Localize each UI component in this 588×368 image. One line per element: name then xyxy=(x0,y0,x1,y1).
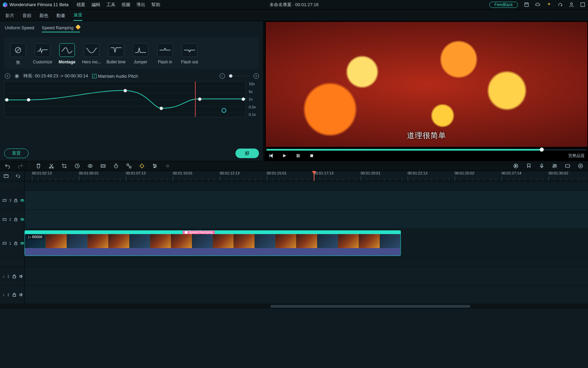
ramp-keyframe[interactable] xyxy=(242,97,245,101)
tab-color[interactable]: 顏色 xyxy=(39,13,48,21)
zoom-out-icon[interactable]: − xyxy=(219,73,225,79)
preset-bullet-time[interactable]: Bullet time xyxy=(106,43,126,65)
voiceover-icon[interactable] xyxy=(539,163,544,169)
render-preview-icon[interactable] xyxy=(513,163,519,169)
preset-flash-in[interactable]: Flash in xyxy=(155,43,175,65)
audio-track-2[interactable]: ♪ 2 xyxy=(0,286,588,304)
keyframe-diamond-icon[interactable] xyxy=(139,163,145,169)
zoom-in-icon[interactable]: ＋ xyxy=(254,73,259,79)
preset-jumper[interactable]: Jumper xyxy=(131,43,150,65)
menu-view[interactable]: 視圖 xyxy=(121,2,130,8)
track-insert-icon[interactable] xyxy=(3,173,9,179)
video-clip[interactable]: Speed Ramping ▷ 86666 xyxy=(24,230,401,256)
ramp-graph[interactable] xyxy=(4,81,246,117)
ramp-keyframe[interactable] xyxy=(27,98,30,102)
prev-frame-button[interactable] xyxy=(268,153,273,158)
add-keyframe-icon[interactable]: ＋ xyxy=(5,73,10,79)
snap-icon[interactable] xyxy=(565,163,570,169)
preview-progress-knob[interactable] xyxy=(540,148,544,152)
menu-export[interactable]: 導出 xyxy=(136,2,145,8)
crop-icon[interactable] xyxy=(62,163,67,169)
audio-track-1[interactable]: ♪ 1 xyxy=(0,267,588,286)
timeline-horizontal-scrollbar[interactable] xyxy=(0,304,588,309)
eye-icon[interactable] xyxy=(20,217,24,221)
cloud-icon[interactable] xyxy=(535,2,540,7)
preset-flash-out[interactable]: Flash out xyxy=(180,43,199,65)
lock-icon[interactable] xyxy=(14,198,18,202)
lock-icon[interactable] xyxy=(12,293,16,297)
track-index: 1 xyxy=(9,241,11,245)
headphones-icon[interactable] xyxy=(558,2,563,7)
ramp-playhead[interactable] xyxy=(195,81,196,117)
reset-button[interactable]: 重置 xyxy=(4,149,29,158)
tab-audio[interactable]: 音頻 xyxy=(22,13,31,21)
subtab-speed-ramping[interactable]: Speed Ramping xyxy=(42,25,80,32)
tab-speed[interactable]: 速度 xyxy=(74,12,82,21)
ok-button[interactable]: 好 xyxy=(235,149,259,158)
marker-icon[interactable] xyxy=(526,163,532,169)
svg-rect-15 xyxy=(127,164,129,166)
timeline-ruler[interactable]: 00:01:02:1300:01:05:0100:01:07:1300:01:1… xyxy=(24,171,588,181)
ramp-keyframe[interactable] xyxy=(124,89,127,92)
color-match-icon[interactable] xyxy=(87,163,93,169)
menu-edit[interactable]: 編輯 xyxy=(92,2,100,8)
mixer-icon[interactable] xyxy=(552,163,557,169)
preview-viewport[interactable]: 道理很简单 xyxy=(266,22,587,147)
preset-none[interactable]: 無 xyxy=(8,43,28,65)
subtab-uniform-speed[interactable]: Uniform Speed xyxy=(5,25,34,32)
preset-flashout-label: Flash out xyxy=(181,60,198,64)
adjust-icon[interactable] xyxy=(152,163,158,169)
play-button[interactable] xyxy=(282,153,287,158)
scrollbar-thumb[interactable] xyxy=(271,305,471,308)
audio-wave-icon[interactable] xyxy=(165,163,170,169)
lock-icon[interactable] xyxy=(12,274,16,278)
speed-panel: Uniform Speed Speed Ramping 無 Customize … xyxy=(0,21,263,161)
timeline-playhead[interactable] xyxy=(314,171,314,181)
link-toggle-icon[interactable] xyxy=(15,173,21,179)
feedback-button[interactable]: FeedBack xyxy=(489,2,518,8)
tab-motion[interactable]: 動畫 xyxy=(56,13,65,21)
preset-customize[interactable]: Customize xyxy=(33,43,52,65)
green-screen-icon[interactable] xyxy=(100,163,106,169)
eye-icon[interactable] xyxy=(20,241,24,245)
sparkle-icon[interactable] xyxy=(546,2,552,7)
undo-icon[interactable] xyxy=(5,163,10,169)
tab-video[interactable]: 影片 xyxy=(5,13,14,21)
delete-icon[interactable] xyxy=(36,163,41,169)
lock-icon[interactable] xyxy=(14,217,18,221)
svg-rect-2 xyxy=(581,3,585,6)
redo-icon[interactable] xyxy=(18,163,23,169)
ramp-keyframe[interactable] xyxy=(198,97,201,101)
menu-tools[interactable]: 工具 xyxy=(107,2,115,8)
account-icon[interactable] xyxy=(569,2,574,7)
video-track-2[interactable]: 2 xyxy=(0,210,588,229)
save-icon[interactable] xyxy=(524,2,529,7)
timer-icon[interactable] xyxy=(113,163,119,169)
mute-icon[interactable] xyxy=(19,293,23,297)
mute-icon[interactable] xyxy=(19,274,23,278)
ramp-keyframe[interactable] xyxy=(5,98,9,102)
track-head: 3 xyxy=(0,191,24,210)
eye-icon[interactable] xyxy=(20,198,24,202)
ramp-keyframe[interactable] xyxy=(160,107,163,110)
preview-quality-label[interactable]: 完整品質 xyxy=(568,153,585,159)
maintain-audio-pitch-checkbox[interactable]: ✓ Maintain Audio Pitch xyxy=(92,74,138,79)
menu-file[interactable]: 檔案 xyxy=(77,2,85,8)
split-icon[interactable] xyxy=(49,163,54,169)
freeze-frame-icon[interactable] xyxy=(14,74,19,79)
speed-icon-tl[interactable] xyxy=(75,163,80,169)
stop-button[interactable] xyxy=(309,153,314,158)
pause-button[interactable] xyxy=(296,153,300,158)
lock-icon[interactable] xyxy=(14,241,18,245)
preset-hero-moment[interactable]: Hero mo... xyxy=(82,43,101,65)
detach-icon[interactable] xyxy=(126,163,132,169)
preset-montage[interactable]: Montage xyxy=(57,43,77,65)
video-track-1[interactable]: 1 Speed Ramping ▷ 86666 xyxy=(0,229,588,258)
clip-label-text: 86666 xyxy=(32,235,43,239)
video-track-3[interactable]: 3 xyxy=(0,191,588,210)
menu-help[interactable]: 幫助 xyxy=(151,2,160,8)
ramp-zoom-slider[interactable] xyxy=(229,76,249,77)
preview-progress[interactable] xyxy=(266,149,587,151)
timeline-settings-icon[interactable] xyxy=(578,163,583,169)
maximize-icon[interactable] xyxy=(580,2,585,7)
